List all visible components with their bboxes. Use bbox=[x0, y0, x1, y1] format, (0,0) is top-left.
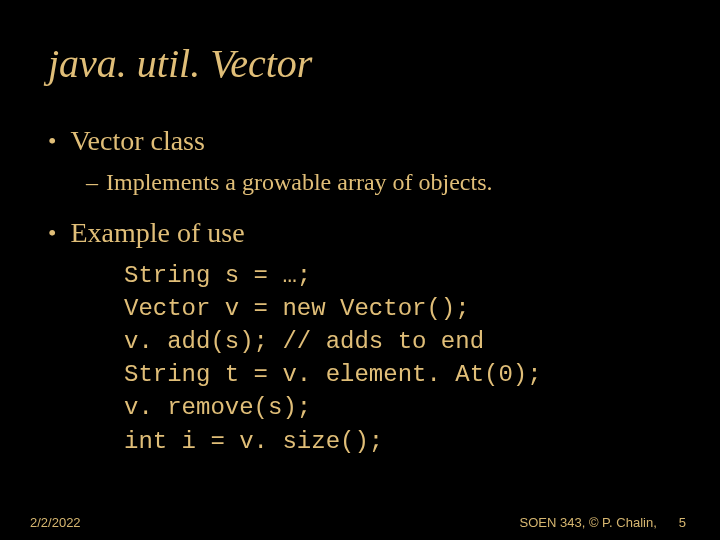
footer: 2/2/2022 SOEN 343, © P. Chalin, 5 bbox=[0, 515, 720, 530]
sub-bullet-text: Implements a growable array of objects. bbox=[106, 167, 493, 198]
footer-credit: SOEN 343, © P. Chalin, bbox=[520, 515, 657, 530]
code-block: String s = …; Vector v = new Vector(); v… bbox=[124, 259, 672, 458]
bullet-list: • Vector class – Implements a growable a… bbox=[48, 123, 672, 458]
footer-right: SOEN 343, © P. Chalin, 5 bbox=[520, 515, 686, 530]
dash-icon: – bbox=[86, 167, 98, 198]
code-line: String s = …; bbox=[124, 259, 672, 292]
sub-bullet-1: – Implements a growable array of objects… bbox=[86, 167, 672, 198]
footer-page: 5 bbox=[679, 515, 686, 530]
code-line: String t = v. element. At(0); bbox=[124, 358, 672, 391]
footer-date: 2/2/2022 bbox=[30, 515, 81, 530]
code-line: v. remove(s); bbox=[124, 391, 672, 424]
code-line: Vector v = new Vector(); bbox=[124, 292, 672, 325]
bullet-item-1: • Vector class bbox=[48, 123, 672, 159]
slide-title: java. util. Vector bbox=[48, 40, 672, 87]
slide: java. util. Vector • Vector class – Impl… bbox=[0, 0, 720, 540]
bullet-text: Example of use bbox=[70, 215, 244, 251]
code-line: int i = v. size(); bbox=[124, 425, 672, 458]
bullet-dot-icon: • bbox=[48, 123, 56, 159]
bullet-text: Vector class bbox=[70, 123, 205, 159]
bullet-dot-icon: • bbox=[48, 215, 56, 251]
bullet-item-2: • Example of use bbox=[48, 215, 672, 251]
code-line: v. add(s); // adds to end bbox=[124, 325, 672, 358]
